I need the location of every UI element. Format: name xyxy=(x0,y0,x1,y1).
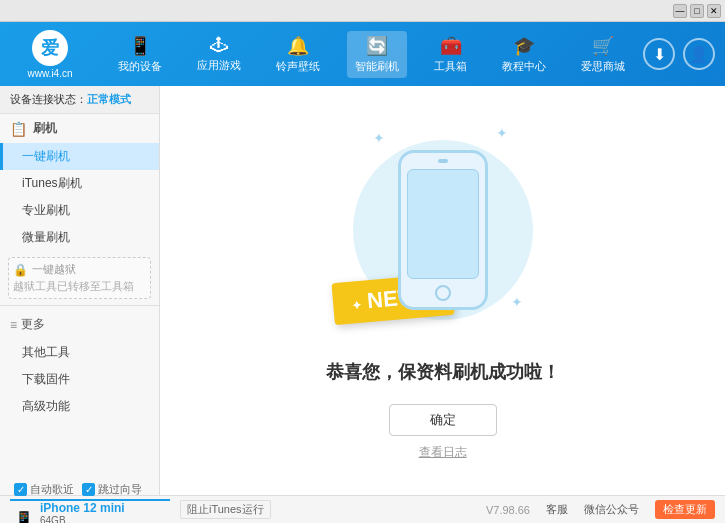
nav-tutorial-label: 教程中心 xyxy=(502,59,546,74)
sidebar-item-pro-flash[interactable]: 专业刷机 xyxy=(0,197,159,224)
connection-status: 设备连接状态：正常模式 xyxy=(0,86,159,114)
nav-shop[interactable]: 🛒 爱思商城 xyxy=(573,31,633,78)
jailbreak-warning-box: 🔒 一键越狱 越狱工具已转移至工具箱 xyxy=(8,257,151,299)
sidebar-divider xyxy=(0,305,159,306)
sidebar-section-more: ≡ 更多 xyxy=(0,310,159,339)
checkboxes-row: ✓ 自动歌近 ✓ 跳过向导 xyxy=(10,482,170,497)
daily-log-link[interactable]: 查看日志 xyxy=(419,444,467,461)
device-info-row: 📱 iPhone 12 mini 64GB Down-12mini-13,1 xyxy=(10,499,170,523)
customer-service-link[interactable]: 客服 xyxy=(546,502,568,517)
auto-close-label: 自动歌近 xyxy=(30,482,74,497)
more-icon: ≡ xyxy=(10,318,17,332)
micro-flash-label: 微量刷机 xyxy=(22,230,70,244)
nav-my-device-label: 我的设备 xyxy=(118,59,162,74)
device-details: iPhone 12 mini 64GB Down-12mini-13,1 xyxy=(40,501,125,523)
sparkle-1: ✦ xyxy=(373,130,385,146)
apps-icon: 🕹 xyxy=(210,35,228,56)
advanced-label: 高级功能 xyxy=(22,399,70,413)
main-content: ✦ ✦ ✦ ✦ NEW ✦ 恭喜您，保资料刷机成功啦！ 确定 查看日志 xyxy=(160,86,725,495)
bottom-bar: ✓ 自动歌近 ✓ 跳过向导 📱 iPhone 12 mini 64GB Down… xyxy=(0,495,725,523)
other-tools-label: 其他工具 xyxy=(22,345,70,359)
flash-section-label: 刷机 xyxy=(33,120,57,137)
check-update-button[interactable]: 检查更新 xyxy=(655,500,715,519)
sidebar-item-itunes-flash[interactable]: iTunes刷机 xyxy=(0,170,159,197)
logo-subtitle: www.i4.cn xyxy=(27,68,72,79)
sidebar-item-one-click-flash[interactable]: 一键刷机 xyxy=(0,143,159,170)
device-phone-icon: 📱 xyxy=(14,510,34,524)
lock-icon: 🔒 xyxy=(13,263,28,277)
toolbox-icon: 🧰 xyxy=(440,35,462,57)
sparkle-2: ✦ xyxy=(496,125,508,141)
bottom-right: V7.98.66 客服 微信公众号 检查更新 xyxy=(486,500,715,519)
auto-close-check: ✓ xyxy=(14,483,27,496)
download-firmware-label: 下载固件 xyxy=(22,372,70,386)
maximize-button[interactable]: □ xyxy=(690,4,704,18)
nav-toolbox-label: 工具箱 xyxy=(434,59,467,74)
pro-flash-label: 专业刷机 xyxy=(22,203,70,217)
sparkle-3: ✦ xyxy=(511,294,523,310)
logo-area: 爱 www.i4.cn xyxy=(10,30,90,79)
phone-body xyxy=(398,150,488,310)
skip-wizard-checkbox[interactable]: ✓ 跳过向导 xyxy=(82,482,142,497)
one-click-flash-label: 一键刷机 xyxy=(22,149,70,163)
nav-ringtones-label: 铃声壁纸 xyxy=(276,59,320,74)
nav-apps-games[interactable]: 🕹 应用游戏 xyxy=(189,31,249,77)
sidebar-section-flash[interactable]: 📋 刷机 xyxy=(0,114,159,143)
ringtones-icon: 🔔 xyxy=(287,35,309,57)
device-icon: 📱 xyxy=(129,35,151,57)
main-area: 设备连接状态：正常模式 📋 刷机 一键刷机 iTunes刷机 专业刷机 微量刷机… xyxy=(0,86,725,495)
jailbreak-warning-message: 越狱工具已转移至工具箱 xyxy=(13,279,146,294)
itunes-running-toggle[interactable]: 阻止iTunes运行 xyxy=(180,500,271,519)
itunes-flash-label: iTunes刷机 xyxy=(22,176,82,190)
wechat-official-link[interactable]: 微信公众号 xyxy=(584,502,639,517)
nav-flash-label: 智能刷机 xyxy=(355,59,399,74)
skip-wizard-label: 跳过向导 xyxy=(98,482,142,497)
success-message: 恭喜您，保资料刷机成功啦！ xyxy=(326,360,560,384)
minimize-button[interactable]: — xyxy=(673,4,687,18)
flash-section-icon: 📋 xyxy=(10,121,27,137)
tutorial-icon: 🎓 xyxy=(513,35,535,57)
device-name: iPhone 12 mini xyxy=(40,501,125,515)
nav-shop-label: 爱思商城 xyxy=(581,59,625,74)
version-text: V7.98.66 xyxy=(486,504,530,516)
device-storage: 64GB xyxy=(40,515,125,523)
nav-my-device[interactable]: 📱 我的设备 xyxy=(110,31,170,78)
status-value: 正常模式 xyxy=(87,93,131,105)
sidebar-item-advanced[interactable]: 高级功能 xyxy=(0,393,159,420)
nav-tutorial[interactable]: 🎓 教程中心 xyxy=(494,31,554,78)
sidebar-item-download-firmware[interactable]: 下载固件 xyxy=(0,366,159,393)
header-right: ⬇ 👤 xyxy=(643,38,715,70)
user-button[interactable]: 👤 xyxy=(683,38,715,70)
nav-smart-flash[interactable]: 🔄 智能刷机 xyxy=(347,31,407,78)
download-button[interactable]: ⬇ xyxy=(643,38,675,70)
nav-ringtones[interactable]: 🔔 铃声壁纸 xyxy=(268,31,328,78)
shop-icon: 🛒 xyxy=(592,35,614,57)
nav-bar: 📱 我的设备 🕹 应用游戏 🔔 铃声壁纸 🔄 智能刷机 🧰 工具箱 🎓 教程中心… xyxy=(100,31,643,78)
sidebar: 设备连接状态：正常模式 📋 刷机 一键刷机 iTunes刷机 专业刷机 微量刷机… xyxy=(0,86,160,495)
confirm-button[interactable]: 确定 xyxy=(389,404,497,436)
status-label: 设备连接状态： xyxy=(10,93,87,105)
nav-apps-label: 应用游戏 xyxy=(197,58,241,73)
sidebar-item-other-tools[interactable]: 其他工具 xyxy=(0,339,159,366)
logo-icon: 爱 xyxy=(32,30,68,66)
sidebar-item-micro-flash[interactable]: 微量刷机 xyxy=(0,224,159,251)
auto-close-checkbox[interactable]: ✓ 自动歌近 xyxy=(14,482,74,497)
close-button[interactable]: ✕ xyxy=(707,4,721,18)
badge-prefix: ✦ xyxy=(350,298,361,313)
bottom-left-section: ✓ 自动歌近 ✓ 跳过向导 📱 iPhone 12 mini 64GB Down… xyxy=(10,482,170,523)
phone-home-button xyxy=(435,285,451,301)
nav-toolbox[interactable]: 🧰 工具箱 xyxy=(426,31,475,78)
more-label: 更多 xyxy=(21,316,45,333)
title-bar: — □ ✕ xyxy=(0,0,725,22)
bottom-center: 阻止iTunes运行 xyxy=(170,500,486,519)
skip-wizard-check: ✓ xyxy=(82,483,95,496)
jailbreak-locked-label: 一键越狱 xyxy=(32,262,76,277)
flash-icon: 🔄 xyxy=(366,35,388,57)
phone-screen xyxy=(407,169,479,279)
phone-illustration: ✦ ✦ ✦ ✦ NEW ✦ xyxy=(343,120,543,340)
header: 爱 www.i4.cn 📱 我的设备 🕹 应用游戏 🔔 铃声壁纸 🔄 智能刷机 … xyxy=(0,22,725,86)
